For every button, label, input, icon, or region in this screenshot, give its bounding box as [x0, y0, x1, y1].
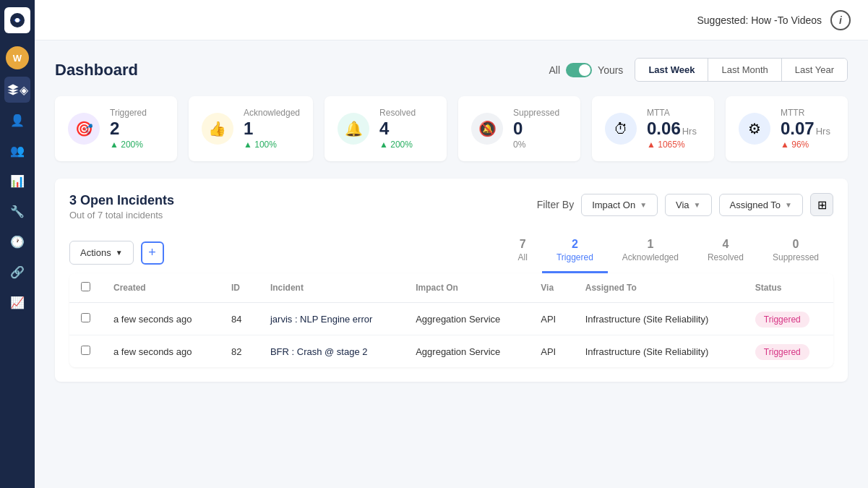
resolved-icon: 🔔: [338, 113, 369, 145]
row-checkbox-cell: [69, 335, 102, 368]
mtta-icon: ⏱: [605, 113, 637, 145]
col-id: ID: [220, 273, 259, 303]
app-logo[interactable]: [4, 7, 30, 33]
row-0-checkbox[interactable]: [81, 313, 90, 322]
sidebar-item-clock[interactable]: 🕐: [4, 228, 30, 254]
col-assigned-to: Assigned To: [574, 273, 744, 303]
mtta-change: 1065%: [647, 140, 701, 150]
col-impact-on: Impact On: [404, 273, 529, 303]
sidebar-item-tools[interactable]: 🔧: [4, 198, 30, 224]
toggle-group: All Yours: [549, 63, 624, 77]
tab-acknowledged[interactable]: 1 Acknowledged: [608, 232, 693, 273]
sidebar: W ◈ 👤 👥 📊 🔧 🕐 🔗 📈: [0, 0, 35, 488]
table-row: a few seconds ago 82 BFR : Crash @ stage…: [69, 335, 833, 368]
stat-card-mttr: ⚙ MTTR 0.07Hrs 96%: [726, 96, 848, 161]
via-chevron-icon: ▼: [694, 201, 701, 209]
stat-card-suppressed: 🔕 Suppressed 0 0%: [458, 96, 580, 161]
incidents-section: 3 Open Incidents Out of 7 total incident…: [55, 179, 848, 382]
impact-chevron-icon: ▼: [640, 201, 647, 209]
stat-cards-row: 🎯 Triggered 2 200% 👍 Acknowledged 1 100%…: [55, 96, 848, 161]
dashboard-header: Dashboard All Yours Last Week Last Month…: [55, 58, 848, 82]
col-checkbox: [69, 273, 102, 303]
actions-button[interactable]: Actions ▼: [69, 241, 134, 265]
status-badge: Triggered: [755, 344, 809, 360]
via-filter[interactable]: Via ▼: [665, 194, 711, 216]
suppressed-body: Suppressed 0 0%: [513, 108, 567, 150]
tab-bar-row: Actions ▼ + 7 All 2 Triggered 1: [69, 232, 833, 273]
row-0-id: 84: [220, 303, 259, 335]
incidents-header: 3 Open Incidents Out of 7 total incident…: [69, 193, 833, 221]
mttr-label: MTTR: [781, 108, 835, 118]
acknowledged-icon: 👍: [202, 113, 233, 145]
topbar: Suggested: How -To Videos i: [35, 0, 868, 40]
suggestion-text: Suggested: How -To Videos: [697, 14, 822, 26]
mttr-body: MTTR 0.07Hrs 96%: [781, 108, 835, 150]
sidebar-item-users[interactable]: 👤: [4, 107, 30, 133]
acknowledged-label: Acknowledged: [244, 108, 300, 118]
resolved-value: 4: [379, 119, 434, 138]
incidents-subtitle: Out of 7 total incidents: [69, 210, 174, 221]
row-1-id: 82: [220, 335, 259, 368]
stat-card-triggered: 🎯 Triggered 2 200%: [55, 96, 177, 161]
all-yours-toggle[interactable]: [566, 63, 592, 77]
last-year-button[interactable]: Last Year: [782, 59, 847, 81]
col-status: Status: [744, 273, 833, 303]
sidebar-item-analytics[interactable]: 📈: [4, 289, 30, 315]
tab-suppressed[interactable]: 0 Suppressed: [758, 232, 833, 273]
col-created: Created: [102, 273, 220, 303]
assigned-chevron-icon: ▼: [785, 201, 792, 209]
row-1-checkbox[interactable]: [81, 346, 90, 355]
table-header-row: Created ID Incident Impact On Via Assign…: [69, 273, 833, 303]
filter-group: Filter By Impact On ▼ Via ▼ Assigned To …: [537, 193, 833, 216]
sidebar-item-link[interactable]: 🔗: [4, 259, 30, 285]
incident-tabs: 7 All 2 Triggered 1 Acknowledged 4 Resol…: [504, 232, 833, 273]
last-month-button[interactable]: Last Month: [708, 59, 781, 81]
row-1-impact-on: Aggregation Service: [404, 335, 529, 368]
assigned-to-filter[interactable]: Assigned To ▼: [719, 194, 804, 216]
resolved-change: 200%: [379, 140, 434, 150]
main-content: Suggested: How -To Videos i Dashboard Al…: [35, 0, 868, 488]
row-0-impact-on: Aggregation Service: [404, 303, 529, 335]
row-1-assigned-to: Infrastructure (Site Reliability): [574, 335, 744, 368]
select-all-checkbox[interactable]: [81, 282, 90, 291]
status-badge: Triggered: [755, 312, 809, 328]
action-row: Actions ▼ +: [69, 241, 164, 265]
suppressed-value: 0: [513, 119, 567, 138]
col-via: Via: [529, 273, 573, 303]
row-0-assigned-to: Infrastructure (Site Reliability): [574, 303, 744, 335]
tab-all[interactable]: 7 All: [504, 232, 542, 273]
suppressed-label: Suppressed: [513, 108, 567, 118]
tab-triggered[interactable]: 2 Triggered: [542, 232, 608, 273]
acknowledged-body: Acknowledged 1 100%: [244, 108, 300, 150]
acknowledged-change: 100%: [244, 140, 300, 150]
resolved-body: Resolved 4 200%: [379, 108, 434, 150]
last-week-button[interactable]: Last Week: [635, 59, 708, 81]
mtta-body: MTTA 0.06Hrs 1065%: [647, 108, 701, 150]
tab-resolved[interactable]: 4 Resolved: [693, 232, 758, 273]
row-0-created: a few seconds ago: [102, 303, 220, 335]
svg-point-1: [15, 18, 20, 22]
toggle-all-label: All: [549, 64, 561, 76]
actions-chevron-icon: ▼: [116, 249, 123, 257]
impact-on-filter[interactable]: Impact On ▼: [581, 194, 658, 216]
row-1-status: Triggered: [744, 335, 833, 368]
sidebar-item-team[interactable]: 👥: [4, 137, 30, 163]
suppressed-icon: 🔕: [471, 113, 503, 145]
row-1-incident[interactable]: BFR : Crash @ stage 2: [259, 335, 404, 368]
col-incident: Incident: [259, 273, 404, 303]
row-0-incident[interactable]: jarvis : NLP Engine error: [259, 303, 404, 335]
mttr-change: 96%: [781, 140, 835, 150]
sidebar-item-layers[interactable]: ◈: [4, 77, 30, 103]
add-incident-button[interactable]: +: [141, 241, 164, 265]
info-icon[interactable]: i: [830, 10, 851, 30]
row-1-created: a few seconds ago: [102, 335, 220, 368]
user-avatar[interactable]: W: [6, 46, 29, 69]
stat-card-acknowledged: 👍 Acknowledged 1 100%: [189, 96, 313, 161]
mttr-icon: ⚙: [739, 113, 770, 145]
grid-view-icon[interactable]: ⊞: [810, 193, 833, 216]
time-range-buttons: Last Week Last Month Last Year: [635, 58, 848, 82]
row-0-status: Triggered: [744, 303, 833, 335]
sidebar-item-chart[interactable]: 📊: [4, 168, 30, 194]
dashboard-controls: All Yours Last Week Last Month Last Year: [549, 58, 848, 82]
triggered-label: Triggered: [110, 108, 164, 118]
